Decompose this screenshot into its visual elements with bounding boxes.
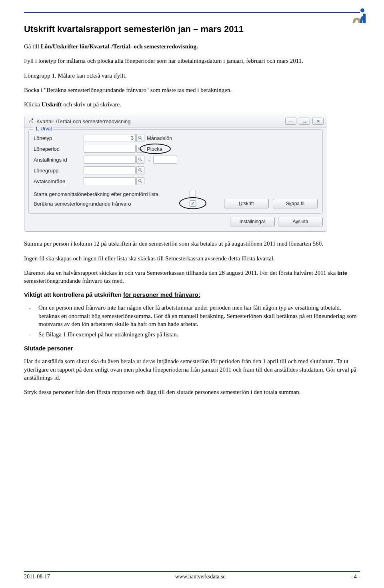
subheading-viktigt: Viktigt att kontrollera på utskriften fö… — [24, 291, 360, 298]
svg-line-11 — [141, 182, 142, 183]
paragraph: Klicka Utskrift och skriv ut på skrivare… — [24, 100, 360, 108]
svg-point-8 — [139, 169, 141, 171]
fieldset-legend: 1. Urval — [34, 126, 53, 132]
page-title: Utskrift kvartalsrapport semesterlön jan… — [24, 24, 360, 34]
footer-url: www.hantverksdata.se — [175, 574, 226, 580]
svg-point-10 — [139, 180, 141, 182]
maximize-button[interactable]: ▭ — [299, 118, 310, 125]
logo-icon — [351, 8, 366, 26]
header-divider — [24, 12, 360, 13]
svg-line-9 — [141, 171, 142, 172]
checkbox-starta[interactable] — [190, 191, 196, 197]
label-avtalsomrade: Avtalsområde — [34, 178, 84, 184]
paragraph: Ingen fil ska skapas och ingen fil eller… — [24, 254, 360, 262]
window-titlebar: Kvartal- /Tertial-och semesterredovisnin… — [24, 115, 327, 128]
range-separator: - — [147, 157, 152, 163]
lookup-button[interactable] — [136, 166, 144, 174]
utskrift-button[interactable]: Utskrift — [224, 199, 269, 208]
input-loneperiod[interactable] — [84, 145, 136, 153]
input-anstallnings-from[interactable] — [84, 156, 136, 164]
page-footer: 2011-08-17 www.hantverksdata.se - 4 - — [24, 571, 360, 580]
dialog-window: Kvartal- /Tertial-och semesterredovisnin… — [24, 115, 327, 232]
lookup-button[interactable] — [136, 134, 144, 142]
paragraph: Fyll i lönetyp för målarna och plocka al… — [24, 57, 360, 65]
svg-line-7 — [141, 160, 142, 161]
svg-point-2 — [139, 136, 141, 139]
close-button[interactable]: ✕ — [312, 118, 324, 125]
paragraph: Gå till Lön/Utskrifter lön/Kvartal-/Tert… — [24, 42, 360, 50]
paragraph: Stryk dessa personer från den första rap… — [24, 388, 360, 396]
label-lonetyp: Lönetyp — [34, 135, 84, 141]
window-title: Kvartal- /Tertial-och semesterredovisnin… — [36, 118, 131, 124]
avsluta-button[interactable]: Avsluta — [278, 217, 323, 226]
lookup-button[interactable] — [136, 156, 144, 164]
lookup-button[interactable] — [136, 145, 144, 153]
paragraph: Däremot ska en halvårsrapport skickas in… — [24, 269, 360, 285]
urval-fieldset: 1. Urval Lönetyp 3 Månadslön Löneperiod — [28, 129, 323, 214]
svg-point-4 — [139, 147, 141, 150]
paragraph: Har du anställda som slutat ska du även … — [24, 357, 360, 382]
dialog-screenshot: Kvartal- /Tertial-och semesterredovisnin… — [24, 115, 360, 232]
label-loneperiod: Löneperiod — [34, 146, 84, 152]
footer-date: 2011-08-17 — [24, 574, 50, 580]
svg-line-3 — [141, 138, 142, 140]
paragraph: Bocka i "Beräkna semesterlönegrundande f… — [24, 86, 360, 94]
input-avtalsomrade[interactable] — [84, 177, 136, 185]
list-item: Se Bilaga 1 för exempel på hur uträkning… — [38, 330, 360, 338]
lookup-button[interactable] — [136, 177, 144, 185]
check-label-starta: Starta genomsnittslöneberäkning efter ge… — [34, 191, 190, 197]
label-anstallningsid: Anställnings id — [34, 157, 84, 163]
input-lonetyp[interactable]: 3 — [84, 134, 136, 142]
paragraph: Summa per person i kolumn 12 på utskrift… — [24, 240, 360, 248]
svg-line-5 — [141, 149, 142, 150]
list-item: Om en person med frånvaro inte har någon… — [38, 304, 360, 328]
input-anstallnings-to[interactable] — [153, 156, 177, 164]
svg-point-6 — [139, 158, 141, 160]
paragraph: Lönegrupp 1, Målare kan också vara ifyll… — [24, 72, 360, 80]
input-lonegrupp[interactable] — [84, 166, 136, 174]
app-icon — [28, 118, 34, 125]
footer-page: - 4 - — [351, 574, 360, 580]
svg-point-1 — [32, 118, 33, 120]
lonetyp-display: Månadslön — [147, 135, 172, 141]
loneperiod-display: Plocka — [147, 146, 162, 152]
label-lonegrupp: Lönegrupp — [34, 168, 84, 174]
footer-divider — [24, 571, 360, 572]
bullet-list: Om en person med frånvaro inte har någon… — [24, 304, 360, 338]
check-label-berakna: Beräkna semesterlönegrundande frånvaro — [34, 201, 190, 207]
checkbox-berakna[interactable] — [190, 200, 196, 207]
subheading-slutade: Slutade personer — [24, 345, 360, 352]
svg-point-0 — [360, 8, 364, 12]
minimize-button[interactable]: — — [285, 118, 296, 125]
installningar-button[interactable]: Inställningar — [230, 217, 275, 226]
skapa-fil-button[interactable]: Skapa fil — [273, 199, 318, 208]
